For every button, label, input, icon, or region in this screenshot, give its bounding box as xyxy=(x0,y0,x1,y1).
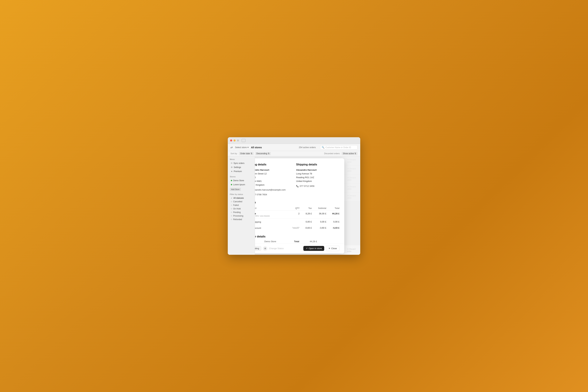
window-icon xyxy=(242,139,246,142)
maximize-traffic-light[interactable] xyxy=(237,140,239,142)
order-total-row: Total 44,28 £ xyxy=(294,240,340,243)
filter-failed-label: Failed xyxy=(233,204,239,206)
filter-on-hold[interactable]: On Hold xyxy=(230,207,253,210)
col-tax: Tax xyxy=(300,206,312,210)
order-store-row: Store Demo Store xyxy=(255,240,294,243)
stores-section-title: Stores xyxy=(230,176,253,178)
shipping-addr1: Long Avenue 78 xyxy=(296,172,340,176)
sort-direction-select[interactable]: Descending ⇅ xyxy=(255,152,271,155)
chevron-down-icon: ▾ xyxy=(248,146,249,148)
items-title: Items xyxy=(255,201,340,204)
filter-cancelled-label: Cancelled xyxy=(233,200,242,203)
sidebar-store-lorem[interactable]: Lorem Ipsum xyxy=(230,183,253,186)
filter-processing-label: Processing xyxy=(233,215,243,217)
filter-processing[interactable]: Processing xyxy=(230,214,253,218)
sort-field-select[interactable]: Order date ⇅ xyxy=(239,152,254,155)
app-window: ⇄ Select store ▾ All stores 254 active o… xyxy=(228,137,360,255)
check-icon: ✓ xyxy=(231,197,232,199)
filter-refunded-label: Refunded xyxy=(233,218,242,221)
discount-total-cell: -4,43 £ xyxy=(326,225,339,231)
filter-dot-cancelled xyxy=(231,201,232,202)
show-active-label: Show active xyxy=(343,152,354,155)
sidebar-item-premium[interactable]: ★ Premium xyxy=(230,170,253,173)
menu-section-title: Menu xyxy=(230,158,253,160)
sort-dir-chevron: ⇅ xyxy=(268,152,270,155)
product-name: Beanie xyxy=(255,212,286,215)
add-store-button[interactable]: Add Store xyxy=(230,188,241,191)
orders-area: Open in store ✕ Discard order Open in st… xyxy=(255,156,360,255)
shipping-text: Shipping xyxy=(255,221,261,223)
gear-icon: ⚙ xyxy=(231,166,233,168)
store-select[interactable]: Select store ▾ xyxy=(235,146,249,148)
shipping-details-section: Shipping details Alexandre Harcourt Long… xyxy=(296,163,340,196)
filter-on-hold-label: On Hold xyxy=(233,208,241,210)
order-details-title: Order details xyxy=(255,235,340,238)
sort-by-label: Sort by: xyxy=(230,152,238,155)
discount-label-cell: 🏷 Discount xyxy=(255,225,286,231)
col-subtotal: Subtotal xyxy=(312,206,326,210)
open-in-store-button[interactable]: ↗ Open in store xyxy=(303,246,324,251)
discount-label: 🏷 Discount xyxy=(255,226,286,229)
billing-addr4: United Kingdom xyxy=(255,183,292,187)
total-val: 44,28 £ xyxy=(310,240,317,243)
store-key: Store xyxy=(255,240,262,243)
close-button[interactable]: ✕ Close xyxy=(326,246,339,251)
items-section: Items Product QTY Tax Subtotal Total xyxy=(255,201,340,231)
status-badge[interactable]: Pending xyxy=(255,246,261,251)
billing-addr2: Apt. 56 xyxy=(255,176,292,179)
minimize-traffic-light[interactable] xyxy=(234,140,236,142)
filter-cancelled[interactable]: Cancelled xyxy=(230,200,253,203)
billing-phone-row: 📞 077 0798 7654 xyxy=(255,193,292,196)
close-x-icon: ✕ xyxy=(328,247,330,250)
col-total: Total xyxy=(326,206,339,210)
close-label: Close xyxy=(331,247,337,250)
search-box[interactable]: 🔍 Customer Name or Order ID xyxy=(320,145,358,150)
billing-email: alexandre.harcourt@example.com xyxy=(255,188,286,192)
top-nav: ⇄ Select store ▾ All stores 254 active o… xyxy=(228,144,360,151)
modal-footer: Pending ⊕ Change Status ↗ Open in store … xyxy=(255,243,344,254)
filter-refunded[interactable]: Refunded xyxy=(230,218,253,221)
filter-all-statuses[interactable]: ✓ All statuses xyxy=(230,196,253,200)
filter-pending-label: Pending xyxy=(233,211,241,214)
subtotal-cell: 36,00 £ xyxy=(312,210,326,219)
store-demo-label: Demo Store xyxy=(233,179,244,182)
shipping-total-cell: 0,00 £ xyxy=(326,219,339,225)
refresh-icon[interactable]: ⇄ xyxy=(230,146,233,149)
discount-tax-cell: -0,83 £ xyxy=(300,225,312,231)
search-icon: 🔍 xyxy=(322,146,324,148)
billing-details-section: Billing details Alexandre Harcourt Rando… xyxy=(255,163,292,196)
product-cell: Beanie ID: 64 | SKU: woo-beanie xyxy=(255,210,286,219)
store-val: Demo Store xyxy=(264,240,276,243)
sidebar-item-settings[interactable]: ⚙ Settings xyxy=(230,166,253,169)
store-active-dot-2 xyxy=(231,184,232,185)
show-active-select[interactable]: Show active ⇅ xyxy=(342,152,358,155)
store-active-dot xyxy=(231,180,232,181)
table-row-shipping: 🚚 Shipping 0,00 £ 0,00 £ 0,00 £ xyxy=(255,219,340,225)
sync-orders-label: Sync orders xyxy=(234,162,244,164)
items-table: Product QTY Tax Subtotal Total xyxy=(255,206,340,231)
phone-icon-2: 📞 xyxy=(296,184,299,188)
cycle-status-button[interactable]: ⊕ xyxy=(263,246,267,251)
discarded-orders-label: Discarded orders: xyxy=(324,152,340,155)
open-in-store-label: Open in store xyxy=(308,247,322,250)
close-traffic-light[interactable] xyxy=(230,140,232,142)
billing-address: Alexandre Harcourt Random Street 12 Apt.… xyxy=(255,168,292,187)
sidebar-item-sync-orders[interactable]: ⟳ Sync orders xyxy=(230,161,253,165)
billing-addr3: London NW1 xyxy=(255,179,292,183)
billing-phone: 077 0798 7654 xyxy=(255,193,267,196)
col-product: Product xyxy=(255,206,286,210)
search-placeholder: Customer Name or Order ID xyxy=(326,146,351,148)
discount-subtotal-cell: -3,60 £ xyxy=(312,225,326,231)
billing-name: Alexandre Harcourt xyxy=(255,169,269,171)
shipping-phone: 077 0712 3456 xyxy=(300,184,314,188)
filter-pending[interactable]: Pending xyxy=(230,210,253,214)
billing-shipping-grid: Billing details Alexandre Harcourt Rando… xyxy=(255,163,340,196)
filter-dot-failed xyxy=(231,204,232,206)
store-lorem-label: Lorem Ipsum xyxy=(233,184,245,186)
shipping-label: 🚚 Shipping xyxy=(255,220,286,223)
shipping-addr2: Reading RG1 1AZ xyxy=(296,176,340,179)
shipping-subtotal-cell: 0,00 £ xyxy=(312,219,326,225)
filter-all-label: All statuses xyxy=(233,197,244,199)
filter-failed[interactable]: Failed xyxy=(230,204,253,207)
sidebar-store-demo[interactable]: Demo Store xyxy=(230,179,253,182)
